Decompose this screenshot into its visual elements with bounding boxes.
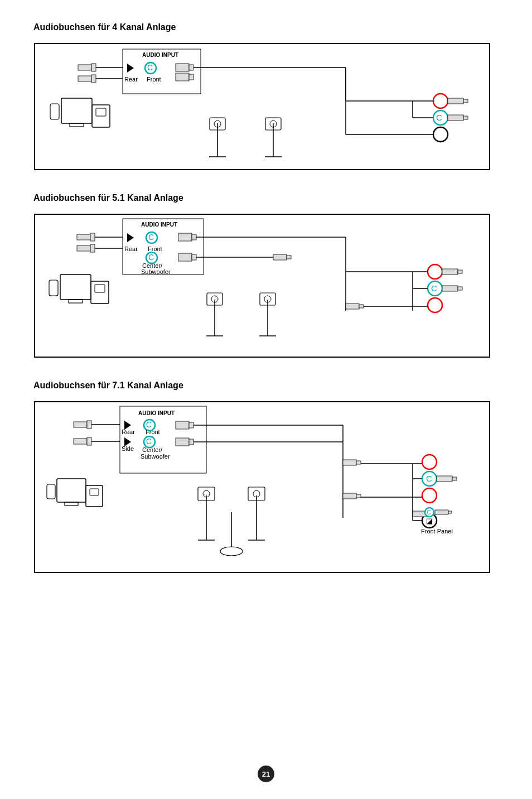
svg-rect-118 bbox=[87, 437, 91, 445]
svg-text:AUDIO INPUT: AUDIO INPUT bbox=[141, 222, 177, 228]
svg-text:Front: Front bbox=[148, 246, 162, 252]
svg-rect-27 bbox=[448, 115, 463, 121]
title-71ch: Audiobuchsen für 7.1 Kanal Anlage bbox=[33, 381, 499, 391]
svg-text:AUDIO INPUT: AUDIO INPUT bbox=[142, 52, 178, 58]
svg-text:Subwoofer: Subwoofer bbox=[141, 453, 170, 460]
svg-text:C: C bbox=[147, 63, 153, 72]
svg-rect-155 bbox=[57, 479, 86, 502]
svg-rect-37 bbox=[50, 104, 59, 119]
svg-text:Rear: Rear bbox=[124, 76, 138, 83]
svg-text:Rear: Rear bbox=[122, 429, 135, 435]
svg-rect-90 bbox=[60, 275, 91, 300]
svg-text:C: C bbox=[146, 420, 152, 429]
svg-rect-36 bbox=[70, 123, 84, 127]
svg-point-169 bbox=[220, 547, 243, 556]
svg-point-22 bbox=[433, 94, 448, 108]
svg-rect-92 bbox=[49, 280, 58, 296]
page: Audiobuchsen für 4 Kanal Anlage AUDIO IN… bbox=[0, 0, 532, 799]
svg-rect-115 bbox=[189, 422, 194, 428]
svg-rect-6 bbox=[78, 76, 91, 81]
svg-text:C: C bbox=[148, 233, 154, 242]
svg-text:AUDIO INPUT: AUDIO INPUT bbox=[138, 410, 175, 416]
svg-rect-136 bbox=[437, 476, 452, 482]
svg-text:Front: Front bbox=[147, 76, 161, 83]
svg-rect-141 bbox=[343, 493, 356, 499]
svg-rect-0 bbox=[35, 44, 490, 170]
svg-rect-132 bbox=[356, 461, 361, 464]
svg-rect-107 bbox=[87, 421, 91, 429]
svg-rect-73 bbox=[287, 256, 291, 259]
svg-rect-55 bbox=[90, 244, 95, 252]
svg-rect-156 bbox=[65, 502, 78, 506]
svg-rect-70 bbox=[192, 254, 196, 260]
svg-rect-51 bbox=[77, 234, 90, 240]
svg-rect-81 bbox=[442, 286, 458, 291]
svg-rect-91 bbox=[69, 300, 83, 303]
svg-rect-35 bbox=[61, 98, 92, 123]
section-51ch: Audiobuchsen für 5.1 Kanal Anlage AUDIO … bbox=[33, 193, 499, 358]
svg-rect-17 bbox=[176, 73, 189, 81]
svg-text:Subwoofer: Subwoofer bbox=[141, 268, 171, 275]
svg-point-75 bbox=[428, 264, 442, 279]
svg-rect-24 bbox=[463, 99, 468, 103]
svg-point-31 bbox=[433, 127, 448, 142]
svg-text:Front: Front bbox=[146, 429, 160, 435]
svg-rect-106 bbox=[74, 422, 87, 427]
section-4ch: Audiobuchsen für 4 Kanal Anlage AUDIO IN… bbox=[33, 22, 499, 171]
svg-text:C: C bbox=[427, 509, 431, 516]
svg-text:C: C bbox=[426, 474, 432, 483]
diagram-71ch-svg: AUDIO INPUT Rear C Front bbox=[33, 401, 491, 574]
svg-rect-54 bbox=[77, 246, 90, 251]
svg-rect-114 bbox=[176, 421, 189, 429]
svg-rect-14 bbox=[176, 64, 189, 71]
svg-rect-76 bbox=[442, 269, 458, 275]
svg-rect-82 bbox=[458, 287, 462, 290]
diagram-51ch: AUDIO INPUT Rear C Front C Center/ bbox=[33, 213, 499, 358]
svg-point-140 bbox=[422, 488, 437, 503]
svg-rect-3 bbox=[78, 65, 91, 70]
svg-rect-137 bbox=[452, 477, 457, 480]
svg-rect-127 bbox=[189, 439, 194, 445]
svg-text:C: C bbox=[146, 437, 152, 446]
svg-rect-28 bbox=[463, 116, 468, 119]
svg-rect-131 bbox=[343, 460, 356, 465]
svg-rect-7 bbox=[91, 75, 96, 83]
svg-text:Rear: Rear bbox=[124, 246, 138, 252]
svg-rect-67 bbox=[192, 234, 196, 240]
svg-rect-94 bbox=[95, 285, 105, 292]
svg-rect-159 bbox=[90, 489, 99, 495]
svg-rect-72 bbox=[273, 254, 287, 260]
svg-rect-77 bbox=[458, 270, 462, 273]
svg-text:Front Panel: Front Panel bbox=[421, 528, 453, 535]
svg-rect-157 bbox=[47, 484, 55, 499]
svg-rect-69 bbox=[178, 253, 192, 261]
svg-rect-39 bbox=[96, 108, 106, 116]
svg-text:◪: ◪ bbox=[426, 517, 433, 525]
diagram-51ch-svg: AUDIO INPUT Rear C Front C Center/ bbox=[33, 213, 491, 358]
svg-text:C: C bbox=[431, 283, 437, 293]
title-4ch: Audiobuchsen für 4 Kanal Anlage bbox=[33, 22, 499, 32]
svg-rect-117 bbox=[74, 439, 87, 444]
svg-rect-142 bbox=[356, 494, 361, 498]
diagram-71ch: AUDIO INPUT Rear C Front bbox=[33, 401, 499, 574]
svg-text:C: C bbox=[148, 253, 154, 262]
svg-rect-126 bbox=[176, 438, 189, 446]
svg-rect-86 bbox=[346, 304, 359, 309]
svg-rect-23 bbox=[448, 98, 463, 104]
svg-rect-4 bbox=[91, 64, 96, 71]
svg-rect-153 bbox=[435, 510, 448, 514]
svg-rect-15 bbox=[189, 65, 194, 70]
section-71ch: Audiobuchsen für 7.1 Kanal Anlage AUDIO … bbox=[33, 381, 499, 574]
page-number: 21 bbox=[258, 766, 274, 782]
svg-text:Side: Side bbox=[122, 445, 134, 452]
diagram-4ch-svg: AUDIO INPUT Rear Front C bbox=[33, 42, 491, 171]
diagram-4ch: AUDIO INPUT Rear Front C bbox=[33, 42, 499, 171]
svg-text:Center/: Center/ bbox=[142, 446, 163, 453]
svg-point-85 bbox=[428, 298, 442, 312]
title-51ch: Audiobuchsen für 5.1 Kanal Anlage bbox=[33, 193, 499, 203]
svg-text:C: C bbox=[436, 113, 442, 122]
svg-point-130 bbox=[422, 455, 437, 469]
svg-rect-18 bbox=[189, 74, 194, 80]
svg-rect-52 bbox=[90, 233, 95, 241]
svg-rect-154 bbox=[448, 511, 452, 513]
